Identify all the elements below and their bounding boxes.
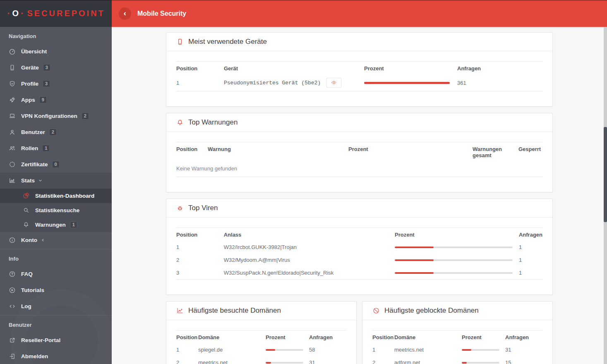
column-header: Anfragen [519,228,542,241]
cell-position: 1 [176,241,224,254]
view-device-button[interactable] [326,78,341,88]
column-header: Domäne [198,330,266,344]
gauge-icon [9,48,16,55]
sidebar-item-rollen[interactable]: Rollen 1 [0,140,112,156]
page-title: Mobile Security [137,10,186,17]
sidebar-item-label: FAQ [21,271,33,277]
sidebar-item-apps[interactable]: Apps 9 [0,92,112,108]
sidebar-item-label: Stats [21,177,35,184]
bug-icon [176,204,184,212]
card-title: Häufigste geblockte Domänen [384,307,479,315]
line-chart-icon [176,307,184,314]
cell-domain: spiegel.de [198,343,266,356]
bell-icon [23,221,30,228]
sidebar-item-label: Statistiken-Dashboard [35,193,94,199]
section-title-navigation: Navigation [0,27,112,43]
eye-icon [331,80,337,86]
sidebar-item-geraete[interactable]: Geräte 3 [0,60,112,76]
table-row: 3 W32/SuspPack.N.gen!Eldorado|Security_R… [176,266,542,280]
table-row: 2 meetrics.net 31 [176,356,346,364]
sidebar-item-statistikensuche[interactable]: Statistikensuche [0,203,112,218]
page-header: ‹ Mobile Security [112,0,607,27]
devices-table: Position Gerät Prozent Anfragen 1 [176,61,542,91]
cell-requests: 1 [519,254,542,266]
card-title: Häufigste besuchte Domänen [188,307,281,315]
cell-requests: 361 [457,74,542,91]
chevron-down-icon [38,178,43,183]
code-icon [9,303,16,310]
bell-icon [176,119,184,126]
column-header: Prozent [266,330,309,344]
logo-text: SECUREPOINT [27,9,105,18]
count-badge: 3 [43,64,50,71]
column-header: Gesperrt [518,142,542,162]
cell-requests: 1 [519,266,542,280]
count-badge: 0 [52,161,60,168]
cell-position: 3 [176,266,224,280]
users-icon [9,145,16,152]
cell-domain: adform.net [394,356,462,364]
sidebar-item-label: Konto [21,237,37,243]
sidebar-item-label: Benutzer [21,129,45,135]
sidebar-item-profile[interactable]: Profile 3 [0,76,112,92]
column-header: Prozent [348,142,473,162]
card-title: Top Warnungen [188,118,238,127]
card-top-viruses: Top Viren Position Anlass Prozent Anfrag… [166,199,553,295]
sidebar-item-benutzer[interactable]: Benutzer 2 [0,124,112,140]
sidebar-item-konto[interactable]: Konto [0,232,112,248]
cell-device-name: Pseudonymisiertes Gerät (5be2) [224,80,321,86]
sidebar-item-label: Tutorials [21,287,44,293]
sidebar-item-vpn-konfigurationen[interactable]: VPN Konfigurationen 2 [0,108,112,124]
certificate-icon [9,161,16,168]
sidebar-item-label: Warnungen [35,222,66,228]
content-scroll-area[interactable]: Meist verwendete Geräte Position Gerät P… [112,27,607,364]
column-header: Prozent [462,330,505,344]
sidebar-item-statistiken-dashboard[interactable]: Statistiken-Dashboard [0,189,112,203]
progress-bar [462,349,499,351]
count-badge: 2 [82,113,89,120]
cell-position: 2 [176,356,198,364]
main-area: ‹ Mobile Security Meist verwendete Gerät… [112,0,607,364]
sidebar-item-uebersicht[interactable]: Übersicht [0,43,112,60]
logo-o: O [12,9,20,18]
cell-position: 1 [176,343,198,356]
sidebar-item-label: Profile [21,81,38,87]
empty-state-row: Keine Warnung gefunden [176,161,542,177]
card-title: Top Viren [188,204,218,212]
search-icon [23,207,30,214]
cell-requests: 31 [505,343,542,356]
progress-bar [395,272,513,274]
column-header: Prozent [364,62,457,75]
sidebar-item-warnungen[interactable]: Warnungen 1 [0,218,112,232]
column-header: Position [176,330,198,344]
scrollbar-thumb[interactable] [604,127,607,222]
column-header: Anfragen [457,62,542,75]
empty-state-text: Keine Warnung gefunden [176,161,542,177]
back-button[interactable]: ‹ [119,7,131,20]
securepoint-logo[interactable]: ·O·SECUREPOINT [0,0,112,27]
column-header: Position [176,228,224,241]
cell-virus-name: W32/Ircbot.GUKK-3982|Trojan [224,241,395,254]
chevron-left-icon [41,238,45,242]
column-header: Warnungen gesamt [473,142,518,162]
table-row: 1 Pseudonymisiertes Gerät (5be2) 361 [176,74,542,91]
card-top-warnings: Top Warnungen Position Warnung Prozent W… [166,113,553,192]
progress-bar [395,247,513,248]
area-chart-icon [9,177,16,184]
table-row: 2 adform.net 15 [372,356,542,364]
sidebar-item-zertifikate[interactable]: Zertifikate 0 [0,156,112,172]
sidebar-item-stats[interactable]: Stats [0,172,112,189]
table-row: 1 W32/Ircbot.GUKK-3982|Trojan 1 [176,241,542,254]
sidebar-item-label: Statistikensuche [35,207,79,213]
back-chevron-icon: ‹ [124,9,126,18]
progress-bar [364,82,450,84]
card-most-used-devices: Meist verwendete Geräte Position Gerät P… [166,32,553,107]
scrollbar-track[interactable] [604,27,607,364]
sidebar-item-faq[interactable]: FAQ [0,266,112,282]
table-row: 2 W32/Mydoom.A@mm|Virus 1 [176,254,542,266]
column-header: Warnung [208,142,348,162]
user-icon [9,129,16,136]
cell-position: 1 [372,343,394,356]
play-circle-icon [9,287,16,294]
card-blocked-domains: Häufigste geblockte Domänen Position Dom… [362,301,553,364]
